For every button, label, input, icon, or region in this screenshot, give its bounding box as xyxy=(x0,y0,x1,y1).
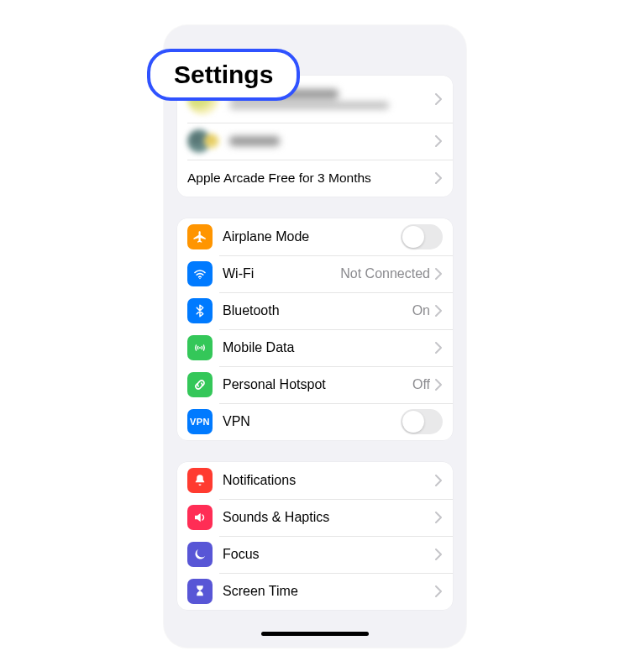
wifi-icon xyxy=(187,261,213,286)
chevron-right-icon xyxy=(435,93,443,105)
bluetooth-row[interactable]: Bluetooth On xyxy=(177,292,453,329)
sounds-row[interactable]: Sounds & Haptics xyxy=(177,499,453,536)
connectivity-group: Airplane Mode Wi-Fi Not Connected Blueto… xyxy=(177,218,453,440)
bluetooth-value: On xyxy=(412,303,430,318)
mobile-data-row[interactable]: Mobile Data xyxy=(177,329,453,366)
vpn-label: VPN xyxy=(223,414,401,429)
page-title: Settings xyxy=(147,49,300,101)
chevron-right-icon xyxy=(435,268,443,280)
bluetooth-icon xyxy=(187,298,213,323)
system-group: Notifications Sounds & Haptics Focus Scr… xyxy=(177,462,453,610)
wifi-label: Wi-Fi xyxy=(223,266,340,281)
bell-icon xyxy=(187,468,213,493)
family-row[interactable] xyxy=(177,123,453,160)
focus-label: Focus xyxy=(223,547,435,562)
home-indicator[interactable] xyxy=(261,632,369,636)
vpn-toggle[interactable] xyxy=(401,409,443,434)
chevron-right-icon xyxy=(435,512,443,523)
chevron-right-icon xyxy=(435,135,443,147)
chevron-right-icon xyxy=(435,379,443,391)
notifications-row[interactable]: Notifications xyxy=(177,462,453,499)
personal-hotspot-row[interactable]: Personal Hotspot Off xyxy=(177,366,453,403)
airplane-label: Airplane Mode xyxy=(223,229,401,244)
vpn-row[interactable]: VPN VPN xyxy=(177,403,453,440)
bluetooth-label: Bluetooth xyxy=(223,303,412,318)
chevron-right-icon xyxy=(435,305,443,317)
speaker-icon xyxy=(187,505,213,530)
vpn-icon: VPN xyxy=(187,409,213,434)
hotspot-label: Personal Hotspot xyxy=(223,377,412,392)
link-icon xyxy=(187,372,213,397)
moon-icon xyxy=(187,542,213,567)
airplane-toggle[interactable] xyxy=(401,224,443,249)
svg-point-0 xyxy=(199,278,201,280)
screen-time-label: Screen Time xyxy=(223,584,435,599)
hourglass-icon xyxy=(187,579,213,604)
chevron-right-icon xyxy=(435,342,443,354)
antenna-icon xyxy=(187,335,213,360)
hotspot-value: Off xyxy=(412,377,430,392)
family-avatars xyxy=(187,129,219,153)
notifications-label: Notifications xyxy=(223,473,435,488)
sounds-label: Sounds & Haptics xyxy=(223,510,435,525)
svg-point-1 xyxy=(199,347,201,349)
arcade-promo-row[interactable]: Apple Arcade Free for 3 Months xyxy=(177,160,453,197)
airplane-icon xyxy=(187,224,213,249)
promo-label: Apple Arcade Free for 3 Months xyxy=(187,171,435,186)
wifi-value: Not Connected xyxy=(340,266,430,281)
wifi-row[interactable]: Wi-Fi Not Connected xyxy=(177,255,453,292)
focus-row[interactable]: Focus xyxy=(177,536,453,573)
mobile-data-label: Mobile Data xyxy=(223,340,435,355)
settings-screen: Settings Apple Arcade Free for 3 Months xyxy=(164,25,466,648)
screen-time-row[interactable]: Screen Time xyxy=(177,573,453,610)
chevron-right-icon xyxy=(435,549,443,560)
chevron-right-icon xyxy=(435,172,443,184)
chevron-right-icon xyxy=(435,585,443,597)
airplane-mode-row[interactable]: Airplane Mode xyxy=(177,218,453,255)
chevron-right-icon xyxy=(435,475,443,486)
